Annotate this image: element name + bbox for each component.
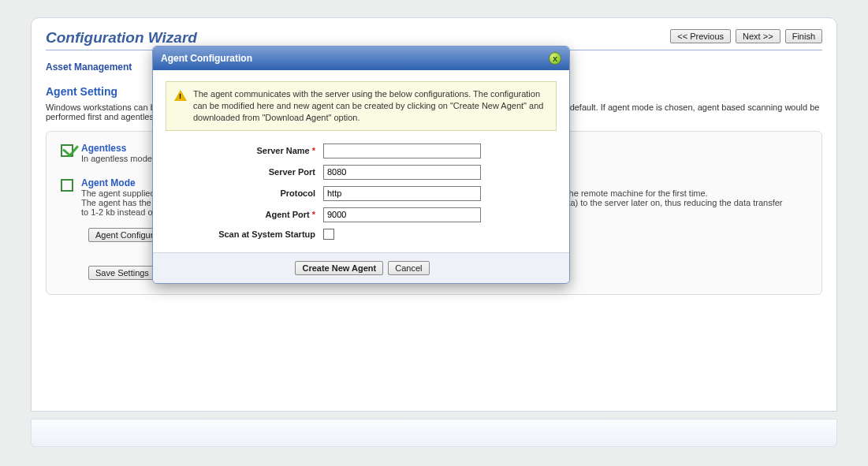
scan-startup-label: Scan at System Startup <box>166 229 323 239</box>
wizard-nav-buttons: << Previous Next >> Finish <box>668 29 822 43</box>
agent-port-label: Agent Port* <box>166 210 323 219</box>
server-name-label: Server Name* <box>166 146 323 155</box>
close-icon[interactable]: x <box>549 52 561 65</box>
warning-icon <box>174 90 187 101</box>
dialog-title: Agent Configuration <box>161 53 252 64</box>
dialog-info-text: The agent communicates with the server u… <box>193 88 548 124</box>
dialog-info-box: The agent communicates with the server u… <box>166 81 557 131</box>
protocol-input[interactable] <box>323 186 481 201</box>
previous-button[interactable]: << Previous <box>670 29 731 43</box>
server-port-input[interactable] <box>323 165 481 180</box>
cancel-button[interactable]: Cancel <box>388 261 429 275</box>
save-settings-button[interactable]: Save Settings <box>88 266 156 280</box>
agentless-checkbox[interactable] <box>61 144 73 157</box>
server-name-input[interactable] <box>323 144 481 158</box>
footer-strip <box>31 419 837 447</box>
scan-startup-checkbox[interactable] <box>323 229 334 240</box>
agentmode-checkbox[interactable] <box>61 179 73 192</box>
next-button[interactable]: Next >> <box>736 29 780 43</box>
dialog-titlebar: Agent Configuration x <box>153 47 569 70</box>
create-new-agent-button[interactable]: Create New Agent <box>295 261 383 275</box>
agent-port-input[interactable] <box>323 207 481 222</box>
agent-configuration-dialog: Agent Configuration x The agent communic… <box>152 46 570 284</box>
dialog-footer: Create New Agent Cancel <box>153 252 569 283</box>
protocol-label: Protocol <box>166 188 323 198</box>
finish-button[interactable]: Finish <box>785 29 822 43</box>
server-port-label: Server Port <box>166 167 323 177</box>
